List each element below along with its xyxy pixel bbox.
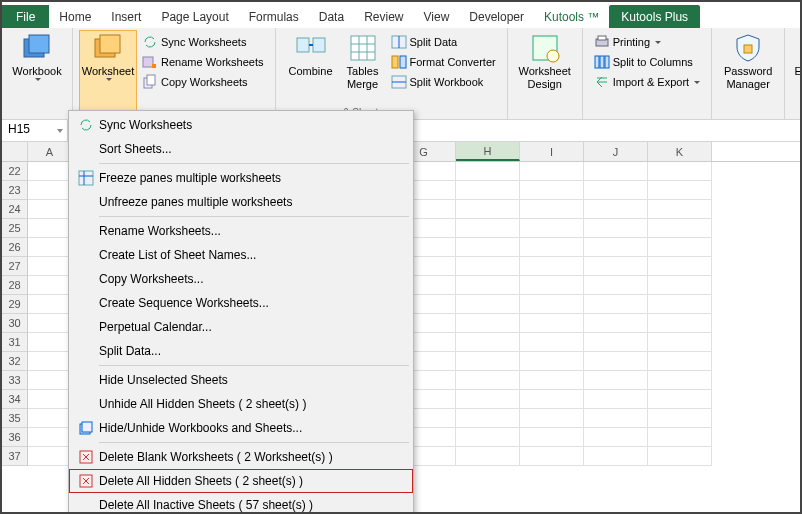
cell[interactable] (520, 295, 584, 314)
cell[interactable] (584, 314, 648, 333)
cell[interactable] (520, 181, 584, 200)
cell[interactable] (520, 352, 584, 371)
cell[interactable] (520, 390, 584, 409)
tab-insert[interactable]: Insert (101, 5, 151, 28)
tab-review[interactable]: Review (354, 5, 413, 28)
cell[interactable] (28, 428, 72, 447)
select-all-button[interactable] (2, 142, 28, 161)
row-header-34[interactable]: 34 (2, 390, 28, 409)
row-header-35[interactable]: 35 (2, 409, 28, 428)
menu-hide-unhide-workbooks[interactable]: Hide/Unhide Workbooks and Sheets... (69, 416, 413, 440)
cell[interactable] (28, 314, 72, 333)
cell[interactable] (456, 333, 520, 352)
cell[interactable] (584, 447, 648, 466)
menu-unfreeze-panes[interactable]: Unfreeze panes multiple worksheets (69, 190, 413, 214)
password-manager-button[interactable]: Password Manager (718, 30, 778, 120)
cell[interactable] (28, 409, 72, 428)
row-header-24[interactable]: 24 (2, 200, 28, 219)
cell[interactable] (456, 390, 520, 409)
cell[interactable] (520, 447, 584, 466)
menu-rename-worksheets[interactable]: Rename Worksheets... (69, 219, 413, 243)
cell[interactable] (28, 333, 72, 352)
cell[interactable] (648, 276, 712, 295)
cell[interactable] (648, 200, 712, 219)
cell[interactable] (648, 219, 712, 238)
row-header-22[interactable]: 22 (2, 162, 28, 181)
cell[interactable] (28, 352, 72, 371)
tab-data[interactable]: Data (309, 5, 354, 28)
cell[interactable] (648, 238, 712, 257)
cell[interactable] (520, 238, 584, 257)
cell[interactable] (584, 200, 648, 219)
cell[interactable] (584, 428, 648, 447)
worksheet-button[interactable]: Worksheet (79, 30, 137, 120)
menu-sort-sheets[interactable]: Sort Sheets... (69, 137, 413, 161)
tab-home[interactable]: Home (49, 5, 101, 28)
cell[interactable] (28, 447, 72, 466)
menu-sync-worksheets[interactable]: Sync Worksheets (69, 113, 413, 137)
worksheet-design-button[interactable]: Worksheet Design (514, 30, 576, 120)
cell[interactable] (648, 333, 712, 352)
menu-split-data[interactable]: Split Data... (69, 339, 413, 363)
sync-worksheets-button[interactable]: Sync Worksheets (139, 32, 267, 52)
cell[interactable] (28, 162, 72, 181)
menu-hide-unselected[interactable]: Hide Unselected Sheets (69, 368, 413, 392)
row-header-36[interactable]: 36 (2, 428, 28, 447)
cell[interactable] (456, 428, 520, 447)
cell[interactable] (456, 181, 520, 200)
row-header-33[interactable]: 33 (2, 371, 28, 390)
cell[interactable] (520, 333, 584, 352)
cell[interactable] (648, 181, 712, 200)
cell[interactable] (520, 409, 584, 428)
cell[interactable] (584, 238, 648, 257)
tab-kutools[interactable]: Kutools ™ (534, 5, 609, 28)
encrypt-cells-button[interactable]: Encrypt Cells (791, 30, 802, 120)
cell[interactable] (456, 314, 520, 333)
printing-button[interactable]: Printing (591, 32, 703, 52)
tab-view[interactable]: View (414, 5, 460, 28)
cell[interactable] (28, 200, 72, 219)
cell[interactable] (648, 371, 712, 390)
menu-delete-blank[interactable]: Delete Blank Worksheets ( 2 Worksheet(s)… (69, 445, 413, 469)
column-header-I[interactable]: I (520, 142, 584, 161)
cell[interactable] (648, 295, 712, 314)
cell[interactable] (520, 257, 584, 276)
cell[interactable] (520, 219, 584, 238)
tab-formulas[interactable]: Formulas (239, 5, 309, 28)
cell[interactable] (520, 162, 584, 181)
cell[interactable] (520, 200, 584, 219)
menu-create-list[interactable]: Create List of Sheet Names... (69, 243, 413, 267)
menu-delete-inactive[interactable]: Delete All Inactive Sheets ( 57 sheet(s)… (69, 493, 413, 514)
cell[interactable] (520, 314, 584, 333)
row-header-23[interactable]: 23 (2, 181, 28, 200)
column-header-A[interactable]: A (28, 142, 72, 161)
cell[interactable] (648, 447, 712, 466)
menu-unhide-all[interactable]: Unhide All Hidden Sheets ( 2 sheet(s) ) (69, 392, 413, 416)
menu-delete-hidden[interactable]: Delete All Hidden Sheets ( 2 sheet(s) ) (69, 469, 413, 493)
row-header-37[interactable]: 37 (2, 447, 28, 466)
menu-perpetual-calendar[interactable]: Perpetual Calendar... (69, 315, 413, 339)
cell[interactable] (584, 295, 648, 314)
cell[interactable] (584, 371, 648, 390)
cell[interactable] (28, 181, 72, 200)
cell[interactable] (584, 219, 648, 238)
column-header-J[interactable]: J (584, 142, 648, 161)
cell[interactable] (28, 257, 72, 276)
tab-file[interactable]: File (2, 5, 49, 28)
cell[interactable] (648, 409, 712, 428)
cell[interactable] (456, 295, 520, 314)
cell[interactable] (456, 409, 520, 428)
rename-worksheets-button[interactable]: Rename Worksheets (139, 52, 267, 72)
cell[interactable] (648, 257, 712, 276)
cell[interactable] (584, 162, 648, 181)
cell[interactable] (584, 352, 648, 371)
cell[interactable] (456, 200, 520, 219)
name-box[interactable]: H15 (2, 120, 68, 141)
cell[interactable] (648, 352, 712, 371)
import-export-button[interactable]: Import & Export (591, 72, 703, 92)
split-workbook-button[interactable]: Split Workbook (388, 72, 499, 92)
row-header-27[interactable]: 27 (2, 257, 28, 276)
row-header-30[interactable]: 30 (2, 314, 28, 333)
cell[interactable] (456, 371, 520, 390)
cell[interactable] (456, 352, 520, 371)
